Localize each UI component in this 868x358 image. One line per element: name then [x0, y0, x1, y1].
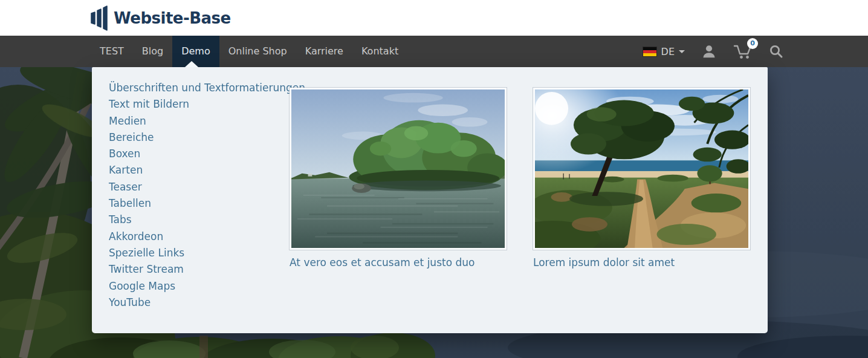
lake-island-photo[interactable] [290, 88, 507, 250]
teaser-card-lake-island[interactable]: At vero eos et accusam et justo duo [290, 88, 507, 268]
mega-menu-panel: Überschriften und Textformatierungen Tex… [92, 67, 768, 333]
cart-badge: 0 [747, 38, 758, 49]
menu-link-spezielle-links[interactable]: Spezielle Links [109, 245, 305, 261]
menu-link-karten[interactable]: Karten [109, 162, 305, 178]
cart-button[interactable]: 0 [733, 44, 753, 60]
top-bar: Website-Base [0, 0, 868, 36]
menu-link-boxen[interactable]: Boxen [109, 146, 305, 162]
nav-item-blog[interactable]: Blog [133, 36, 172, 67]
menu-link-youtube[interactable]: YouTube [109, 295, 305, 311]
menu-link-teaser[interactable]: Teaser [109, 179, 305, 195]
user-icon [701, 44, 717, 59]
site-logo[interactable]: Website-Base [91, 5, 231, 31]
nav-links: TEST Blog Demo Online Shop Karriere Kont… [0, 36, 407, 67]
menu-link-ueberschriften[interactable]: Überschriften und Textformatierungen [109, 80, 305, 96]
menu-link-tabellen[interactable]: Tabellen [109, 195, 305, 212]
menu-link-twitter-stream[interactable]: Twitter Stream [109, 261, 305, 278]
german-flag-icon [643, 47, 656, 56]
search-button[interactable] [769, 44, 783, 59]
menu-link-bereiche[interactable]: Bereiche [109, 129, 305, 146]
language-label: DE [661, 46, 675, 57]
menu-link-akkordeon[interactable]: Akkordeon [109, 229, 305, 245]
menu-arrow [185, 61, 198, 67]
logo-text: Website-Base [114, 10, 231, 26]
logo-bars-icon [91, 5, 108, 31]
chevron-down-icon [679, 50, 685, 53]
language-switcher[interactable]: DE [643, 46, 685, 57]
nav-item-kontakt[interactable]: Kontakt [352, 36, 407, 67]
menu-link-tabs[interactable]: Tabs [109, 212, 305, 228]
teaser-caption[interactable]: At vero eos et accusam et justo duo [290, 256, 507, 268]
mega-menu-links: Überschriften und Textformatierungen Tex… [109, 80, 305, 311]
menu-link-text-mit-bildern[interactable]: Text mit Bildern [109, 96, 305, 112]
account-button[interactable] [701, 44, 717, 59]
search-icon [769, 44, 783, 59]
nav-item-karriere[interactable]: Karriere [296, 36, 352, 67]
menu-link-medien[interactable]: Medien [109, 113, 305, 129]
teaser-caption[interactable]: Lorem ipsum dolor sit amet [533, 256, 750, 268]
main-nav: TEST Blog Demo Online Shop Karriere Kont… [0, 36, 868, 67]
beach-tree-photo[interactable] [533, 88, 750, 250]
nav-item-test[interactable]: TEST [91, 36, 133, 67]
nav-item-online-shop[interactable]: Online Shop [219, 36, 296, 67]
teaser-card-beach-tree[interactable]: Lorem ipsum dolor sit amet [533, 88, 750, 268]
menu-link-google-maps[interactable]: Google Maps [109, 278, 305, 295]
nav-utilities: DE 0 [643, 36, 868, 67]
